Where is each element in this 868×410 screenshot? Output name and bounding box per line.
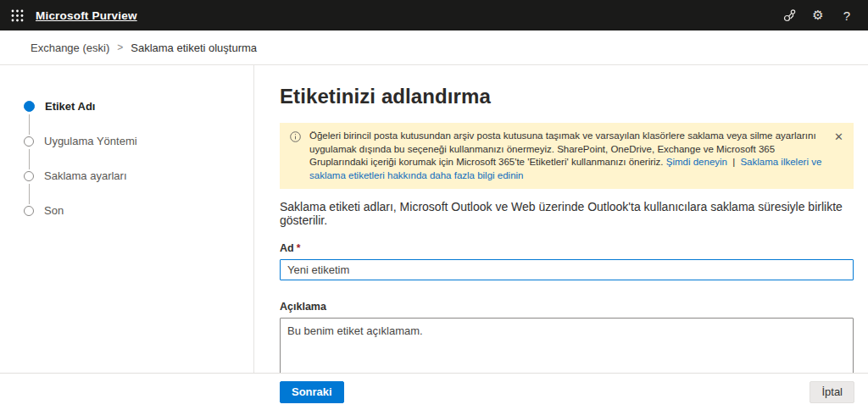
topbar: Microsoft Purview ⚙ ? bbox=[0, 0, 868, 30]
cancel-button[interactable]: İptal bbox=[810, 381, 854, 403]
next-button[interactable]: Sonraki bbox=[280, 381, 344, 403]
waffle-icon[interactable] bbox=[0, 0, 34, 30]
info-banner: Öğeleri birincil posta kutusundan arşiv … bbox=[280, 123, 854, 189]
step-circle-icon bbox=[24, 206, 34, 216]
intro-text: Saklama etiketi adları, Microsoft Outloo… bbox=[280, 200, 854, 227]
step-active-dot-icon bbox=[24, 101, 35, 112]
required-asterisk: * bbox=[297, 242, 301, 254]
gear-icon[interactable]: ⚙ bbox=[804, 0, 832, 30]
step-label: Son bbox=[44, 204, 64, 217]
wizard-step-son[interactable]: Son bbox=[24, 193, 253, 228]
close-icon[interactable]: ✕ bbox=[834, 131, 843, 143]
connected-nodes-icon[interactable] bbox=[775, 0, 804, 30]
info-icon bbox=[290, 130, 301, 146]
name-input[interactable] bbox=[280, 259, 854, 280]
banner-link-separator: | bbox=[732, 157, 735, 167]
main-content: Etiketinizi adlandırma Öğeleri birincil … bbox=[254, 65, 868, 373]
description-field-label: Açıklama bbox=[280, 301, 854, 313]
try-now-link[interactable]: Şimdi deneyin bbox=[666, 157, 727, 167]
breadcrumb-current: Saklama etiketi oluşturma bbox=[131, 42, 257, 54]
step-label: Saklama ayarları bbox=[44, 169, 127, 182]
help-icon[interactable]: ? bbox=[832, 0, 861, 30]
breadcrumb: Exchange (eski) > Saklama etiketi oluştu… bbox=[0, 30, 868, 65]
step-label: Uygulama Yöntemi bbox=[44, 135, 137, 147]
banner-message: Öğeleri birincil posta kutusundan arşiv … bbox=[309, 130, 822, 182]
page-title: Etiketinizi adlandırma bbox=[280, 85, 854, 108]
wizard-nav: Etiket Adı Uygulama Yöntemi Saklama ayar… bbox=[0, 65, 254, 373]
wizard-step-etiket-adi[interactable]: Etiket Adı bbox=[24, 89, 253, 124]
step-circle-icon bbox=[24, 136, 34, 147]
breadcrumb-separator-icon: > bbox=[117, 42, 123, 53]
name-field-label: Ad* bbox=[280, 242, 854, 254]
wizard-step-uygulama-yontemi[interactable]: Uygulama Yöntemi bbox=[24, 124, 253, 158]
footer: Sonraki İptal bbox=[0, 373, 868, 410]
step-circle-icon bbox=[24, 171, 34, 181]
body: Etiket Adı Uygulama Yöntemi Saklama ayar… bbox=[0, 65, 868, 373]
step-label: Etiket Adı bbox=[45, 100, 95, 113]
wizard-step-saklama-ayarlari[interactable]: Saklama ayarları bbox=[24, 158, 253, 193]
breadcrumb-parent[interactable]: Exchange (eski) bbox=[31, 42, 109, 54]
purview-window: Microsoft Purview ⚙ ? Exchange (eski) > … bbox=[0, 0, 868, 410]
app-title[interactable]: Microsoft Purview bbox=[36, 9, 137, 22]
